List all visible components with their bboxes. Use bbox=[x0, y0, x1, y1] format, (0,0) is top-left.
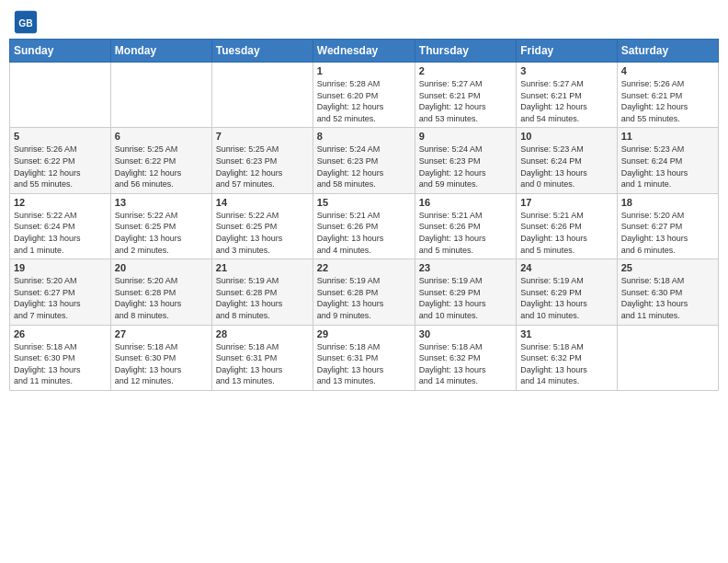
day-info: Sunrise: 5:26 AM Sunset: 6:21 PM Dayligh… bbox=[621, 78, 714, 124]
day-info: Sunrise: 5:20 AM Sunset: 6:27 PM Dayligh… bbox=[14, 275, 107, 321]
day-number: 13 bbox=[115, 197, 208, 208]
calendar-cell bbox=[110, 63, 211, 128]
day-info: Sunrise: 5:22 AM Sunset: 6:24 PM Dayligh… bbox=[14, 210, 107, 256]
calendar-cell: 28Sunrise: 5:18 AM Sunset: 6:31 PM Dayli… bbox=[211, 325, 313, 390]
day-info: Sunrise: 5:23 AM Sunset: 6:24 PM Dayligh… bbox=[520, 144, 612, 190]
calendar-cell: 8Sunrise: 5:24 AM Sunset: 6:23 PM Daylig… bbox=[313, 128, 415, 193]
day-number: 14 bbox=[216, 197, 309, 208]
day-number: 8 bbox=[317, 131, 411, 142]
calendar-cell: 7Sunrise: 5:25 AM Sunset: 6:23 PM Daylig… bbox=[211, 128, 313, 193]
calendar-week-row: 26Sunrise: 5:18 AM Sunset: 6:30 PM Dayli… bbox=[10, 325, 719, 390]
day-info: Sunrise: 5:27 AM Sunset: 6:21 PM Dayligh… bbox=[419, 78, 512, 124]
calendar-cell: 30Sunrise: 5:18 AM Sunset: 6:32 PM Dayli… bbox=[415, 325, 516, 390]
day-info: Sunrise: 5:28 AM Sunset: 6:20 PM Dayligh… bbox=[317, 78, 411, 124]
day-number: 1 bbox=[317, 65, 411, 76]
day-number: 11 bbox=[621, 131, 714, 142]
day-number: 19 bbox=[14, 262, 107, 273]
day-number: 24 bbox=[520, 262, 612, 273]
day-info: Sunrise: 5:19 AM Sunset: 6:28 PM Dayligh… bbox=[216, 275, 309, 321]
day-number: 7 bbox=[216, 131, 309, 142]
calendar-cell: 27Sunrise: 5:18 AM Sunset: 6:30 PM Dayli… bbox=[110, 325, 211, 390]
page-header: GB bbox=[9, 9, 719, 35]
calendar-cell: 10Sunrise: 5:23 AM Sunset: 6:24 PM Dayli… bbox=[517, 128, 617, 193]
day-info: Sunrise: 5:21 AM Sunset: 6:26 PM Dayligh… bbox=[317, 210, 411, 256]
calendar-cell: 14Sunrise: 5:22 AM Sunset: 6:25 PM Dayli… bbox=[211, 193, 313, 259]
calendar-cell: 23Sunrise: 5:19 AM Sunset: 6:29 PM Dayli… bbox=[415, 259, 516, 325]
calendar-cell: 2Sunrise: 5:27 AM Sunset: 6:21 PM Daylig… bbox=[415, 63, 516, 128]
calendar-header-row: SundayMondayTuesdayWednesdayThursdayFrid… bbox=[10, 40, 719, 63]
calendar-cell: 21Sunrise: 5:19 AM Sunset: 6:28 PM Dayli… bbox=[211, 259, 313, 325]
day-info: Sunrise: 5:19 AM Sunset: 6:29 PM Dayligh… bbox=[520, 275, 612, 321]
day-info: Sunrise: 5:22 AM Sunset: 6:25 PM Dayligh… bbox=[216, 210, 309, 256]
calendar-cell: 20Sunrise: 5:20 AM Sunset: 6:28 PM Dayli… bbox=[110, 259, 211, 325]
day-header-friday: Friday bbox=[517, 40, 617, 63]
day-number: 26 bbox=[14, 328, 107, 339]
day-number: 21 bbox=[216, 262, 309, 273]
calendar-cell: 1Sunrise: 5:28 AM Sunset: 6:20 PM Daylig… bbox=[313, 63, 415, 128]
calendar-cell: 12Sunrise: 5:22 AM Sunset: 6:24 PM Dayli… bbox=[10, 193, 111, 259]
calendar-cell bbox=[617, 325, 718, 390]
day-info: Sunrise: 5:20 AM Sunset: 6:28 PM Dayligh… bbox=[115, 275, 208, 321]
day-number: 29 bbox=[317, 328, 411, 339]
calendar-cell: 26Sunrise: 5:18 AM Sunset: 6:30 PM Dayli… bbox=[10, 325, 111, 390]
day-info: Sunrise: 5:18 AM Sunset: 6:30 PM Dayligh… bbox=[621, 275, 714, 321]
day-info: Sunrise: 5:19 AM Sunset: 6:28 PM Dayligh… bbox=[317, 275, 411, 321]
day-number: 6 bbox=[115, 131, 208, 142]
day-info: Sunrise: 5:25 AM Sunset: 6:23 PM Dayligh… bbox=[216, 144, 309, 190]
day-info: Sunrise: 5:18 AM Sunset: 6:31 PM Dayligh… bbox=[216, 341, 309, 387]
day-info: Sunrise: 5:20 AM Sunset: 6:27 PM Dayligh… bbox=[621, 210, 714, 256]
day-number: 3 bbox=[520, 65, 612, 76]
calendar-cell: 4Sunrise: 5:26 AM Sunset: 6:21 PM Daylig… bbox=[617, 63, 718, 128]
day-info: Sunrise: 5:18 AM Sunset: 6:30 PM Dayligh… bbox=[115, 341, 208, 387]
day-info: Sunrise: 5:18 AM Sunset: 6:32 PM Dayligh… bbox=[520, 341, 612, 387]
calendar-week-row: 12Sunrise: 5:22 AM Sunset: 6:24 PM Dayli… bbox=[10, 193, 719, 259]
calendar-week-row: 1Sunrise: 5:28 AM Sunset: 6:20 PM Daylig… bbox=[10, 63, 719, 128]
day-info: Sunrise: 5:25 AM Sunset: 6:22 PM Dayligh… bbox=[115, 144, 208, 190]
calendar-cell: 11Sunrise: 5:23 AM Sunset: 6:24 PM Dayli… bbox=[617, 128, 718, 193]
day-info: Sunrise: 5:21 AM Sunset: 6:26 PM Dayligh… bbox=[419, 210, 512, 256]
day-info: Sunrise: 5:27 AM Sunset: 6:21 PM Dayligh… bbox=[520, 78, 612, 124]
day-number: 23 bbox=[419, 262, 512, 273]
calendar-cell: 18Sunrise: 5:20 AM Sunset: 6:27 PM Dayli… bbox=[617, 193, 718, 259]
logo: GB bbox=[13, 9, 42, 35]
day-info: Sunrise: 5:24 AM Sunset: 6:23 PM Dayligh… bbox=[419, 144, 512, 190]
day-header-monday: Monday bbox=[110, 40, 211, 63]
day-info: Sunrise: 5:18 AM Sunset: 6:32 PM Dayligh… bbox=[419, 341, 512, 387]
day-info: Sunrise: 5:24 AM Sunset: 6:23 PM Dayligh… bbox=[317, 144, 411, 190]
day-header-tuesday: Tuesday bbox=[211, 40, 313, 63]
calendar-cell: 15Sunrise: 5:21 AM Sunset: 6:26 PM Dayli… bbox=[313, 193, 415, 259]
calendar-cell: 16Sunrise: 5:21 AM Sunset: 6:26 PM Dayli… bbox=[415, 193, 516, 259]
day-number: 15 bbox=[317, 197, 411, 208]
day-number: 27 bbox=[115, 328, 208, 339]
day-header-saturday: Saturday bbox=[617, 40, 718, 63]
calendar-cell: 9Sunrise: 5:24 AM Sunset: 6:23 PM Daylig… bbox=[415, 128, 516, 193]
calendar-cell: 3Sunrise: 5:27 AM Sunset: 6:21 PM Daylig… bbox=[517, 63, 617, 128]
day-number: 22 bbox=[317, 262, 411, 273]
day-number: 30 bbox=[419, 328, 512, 339]
calendar-week-row: 19Sunrise: 5:20 AM Sunset: 6:27 PM Dayli… bbox=[10, 259, 719, 325]
day-header-sunday: Sunday bbox=[10, 40, 111, 63]
calendar-cell: 5Sunrise: 5:26 AM Sunset: 6:22 PM Daylig… bbox=[10, 128, 111, 193]
day-number: 9 bbox=[419, 131, 512, 142]
logo-icon: GB bbox=[13, 9, 39, 35]
calendar-cell: 29Sunrise: 5:18 AM Sunset: 6:31 PM Dayli… bbox=[313, 325, 415, 390]
day-info: Sunrise: 5:22 AM Sunset: 6:25 PM Dayligh… bbox=[115, 210, 208, 256]
day-info: Sunrise: 5:19 AM Sunset: 6:29 PM Dayligh… bbox=[419, 275, 512, 321]
calendar-cell: 19Sunrise: 5:20 AM Sunset: 6:27 PM Dayli… bbox=[10, 259, 111, 325]
day-number: 17 bbox=[520, 197, 612, 208]
day-number: 20 bbox=[115, 262, 208, 273]
calendar-cell: 17Sunrise: 5:21 AM Sunset: 6:26 PM Dayli… bbox=[517, 193, 617, 259]
day-number: 18 bbox=[621, 197, 714, 208]
day-header-wednesday: Wednesday bbox=[313, 40, 415, 63]
calendar-cell: 13Sunrise: 5:22 AM Sunset: 6:25 PM Dayli… bbox=[110, 193, 211, 259]
day-number: 16 bbox=[419, 197, 512, 208]
day-info: Sunrise: 5:23 AM Sunset: 6:24 PM Dayligh… bbox=[621, 144, 714, 190]
day-number: 4 bbox=[621, 65, 714, 76]
day-number: 5 bbox=[14, 131, 107, 142]
calendar-cell: 24Sunrise: 5:19 AM Sunset: 6:29 PM Dayli… bbox=[517, 259, 617, 325]
day-number: 25 bbox=[621, 262, 714, 273]
calendar-cell: 31Sunrise: 5:18 AM Sunset: 6:32 PM Dayli… bbox=[517, 325, 617, 390]
day-info: Sunrise: 5:18 AM Sunset: 6:31 PM Dayligh… bbox=[317, 341, 411, 387]
day-number: 2 bbox=[419, 65, 512, 76]
calendar-cell: 6Sunrise: 5:25 AM Sunset: 6:22 PM Daylig… bbox=[110, 128, 211, 193]
